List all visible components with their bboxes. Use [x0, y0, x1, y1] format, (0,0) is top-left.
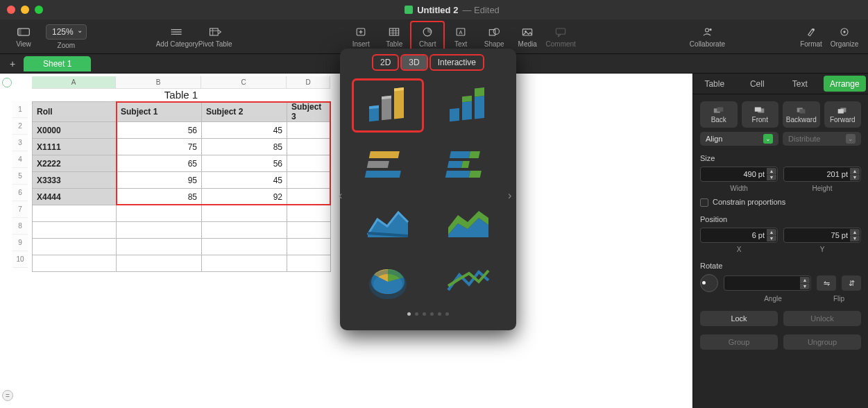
unlock-button[interactable]: Unlock — [783, 311, 861, 326]
chart-3d-pie[interactable] — [354, 255, 422, 305]
cell[interactable] — [33, 239, 117, 255]
insert-button[interactable]: Insert — [344, 22, 377, 52]
cell[interactable] — [202, 255, 287, 272]
chart-tab-interactive[interactable]: Interactive — [431, 56, 483, 69]
stepper-down-icon[interactable]: ▼ — [767, 236, 776, 242]
header-cell[interactable]: Subject 1 — [117, 102, 202, 122]
inspector-tab-text[interactable]: Text — [778, 74, 822, 94]
cell[interactable] — [33, 222, 117, 239]
row-header[interactable]: 10 — [12, 251, 28, 268]
stepper-down-icon[interactable]: ▼ — [767, 175, 776, 181]
lock-button[interactable]: Lock — [700, 311, 778, 326]
cell[interactable] — [202, 239, 287, 255]
row-label[interactable]: X2222 — [33, 155, 117, 172]
data-table[interactable]: Roll Subject 1 Subject 2 Subject 3 X0000… — [32, 101, 331, 272]
cell[interactable] — [287, 155, 331, 172]
row-header[interactable]: 7 — [12, 201, 28, 218]
cell[interactable] — [117, 205, 202, 222]
cell[interactable] — [202, 205, 287, 222]
table-button[interactable]: Table — [377, 22, 411, 52]
row-header[interactable]: 3 — [12, 135, 28, 151]
row-header[interactable]: 5 — [12, 168, 28, 185]
popover-next-icon[interactable]: › — [508, 189, 518, 199]
cell[interactable]: 65 — [117, 155, 202, 172]
cell[interactable] — [287, 139, 331, 155]
align-select[interactable]: Align⌄ — [700, 132, 778, 146]
col-header-D[interactable]: D — [287, 76, 330, 89]
cell[interactable]: 56 — [117, 122, 202, 139]
group-button[interactable]: Group — [700, 334, 778, 350]
constrain-checkbox[interactable] — [700, 198, 708, 207]
cell[interactable]: 85 — [117, 189, 202, 205]
cell[interactable]: 75 — [117, 139, 202, 155]
cell[interactable] — [117, 255, 202, 272]
popover-prev-icon[interactable]: ‹ — [339, 189, 348, 199]
cell[interactable] — [117, 222, 202, 239]
stepper-up-icon[interactable]: ▲ — [767, 168, 776, 175]
cell[interactable] — [287, 222, 331, 239]
y-input[interactable]: 75 pt▲▼ — [783, 228, 861, 243]
bring-forward-button[interactable]: Forward — [824, 101, 862, 128]
cell[interactable] — [117, 239, 202, 255]
row-header[interactable]: 8 — [12, 218, 28, 235]
sheet-tab-1[interactable]: Sheet 1 — [24, 56, 91, 71]
zoom-select[interactable]: 125% — [46, 24, 87, 40]
chart-tab-3d[interactable]: 3D — [402, 56, 426, 69]
stepper-up-icon[interactable]: ▲ — [800, 277, 810, 284]
dot-icon[interactable] — [445, 312, 449, 316]
cell[interactable]: 95 — [117, 172, 202, 189]
stepper-down-icon[interactable]: ▼ — [850, 175, 860, 181]
row-header[interactable]: 1 — [12, 101, 28, 118]
table-title[interactable]: Table 1 — [32, 89, 330, 101]
dot-icon[interactable] — [423, 312, 426, 316]
zoom-control[interactable]: 125% Zoom — [46, 24, 87, 49]
collaborate-button[interactable]: Collaborate — [690, 22, 725, 52]
select-all-handle[interactable] — [2, 78, 12, 87]
col-header-C[interactable]: C — [201, 76, 287, 89]
dot-icon[interactable] — [407, 312, 411, 316]
header-cell[interactable]: Subject 3 — [287, 102, 331, 122]
row-label[interactable]: X3333 — [33, 172, 117, 189]
chart-button[interactable]: Chart — [411, 22, 444, 52]
chart-3d-stacked-bar[interactable] — [434, 139, 502, 189]
cell[interactable] — [33, 255, 117, 272]
flip-horizontal-button[interactable]: ⇋ — [817, 275, 836, 291]
dot-icon[interactable] — [415, 312, 418, 316]
cell[interactable] — [202, 222, 287, 239]
pivot-table-button[interactable]: Pivot Table — [198, 22, 232, 52]
cell[interactable] — [287, 122, 331, 139]
row-label[interactable]: X1111 — [33, 139, 117, 155]
stepper-up-icon[interactable]: ▲ — [767, 229, 776, 236]
inspector-tab-cell[interactable]: Cell — [736, 74, 779, 94]
stepper-down-icon[interactable]: ▼ — [850, 236, 860, 242]
cell[interactable] — [287, 255, 331, 272]
width-input[interactable]: 490 pt▲▼ — [700, 167, 778, 182]
chart-3d-stacked-area[interactable] — [434, 197, 502, 247]
header-cell[interactable]: Subject 2 — [202, 102, 287, 122]
close-window-icon[interactable] — [7, 6, 15, 14]
cell[interactable]: 85 — [202, 139, 287, 155]
col-header-B[interactable]: B — [116, 76, 201, 89]
row-header[interactable]: 6 — [12, 185, 28, 201]
send-backward-button[interactable]: Backward — [783, 101, 820, 128]
organize-button[interactable]: Organize — [828, 22, 861, 52]
stepper-up-icon[interactable]: ▲ — [850, 229, 860, 236]
row-header[interactable]: 4 — [12, 151, 28, 168]
format-button[interactable]: Format — [794, 22, 828, 52]
view-button[interactable]: View — [7, 22, 40, 52]
cell[interactable]: 56 — [202, 155, 287, 172]
formula-handle-icon[interactable]: = — [2, 390, 13, 401]
row-header[interactable]: 9 — [12, 235, 28, 251]
cell[interactable]: 92 — [202, 189, 287, 205]
shape-button[interactable]: Shape — [477, 22, 511, 52]
row-header[interactable]: 2 — [12, 118, 28, 135]
inspector-tab-arrange[interactable]: Arrange — [824, 76, 867, 92]
cell[interactable]: 45 — [202, 122, 287, 139]
ungroup-button[interactable]: Ungroup — [783, 334, 861, 350]
send-to-back-button[interactable]: Back — [700, 101, 738, 128]
x-input[interactable]: 6 pt▲▼ — [700, 228, 778, 243]
add-sheet-button[interactable]: + — [6, 57, 19, 71]
height-input[interactable]: 201 pt▲▼ — [783, 167, 861, 182]
row-label[interactable]: X0000 — [33, 122, 117, 139]
angle-input[interactable]: ▲▼ — [724, 275, 811, 291]
